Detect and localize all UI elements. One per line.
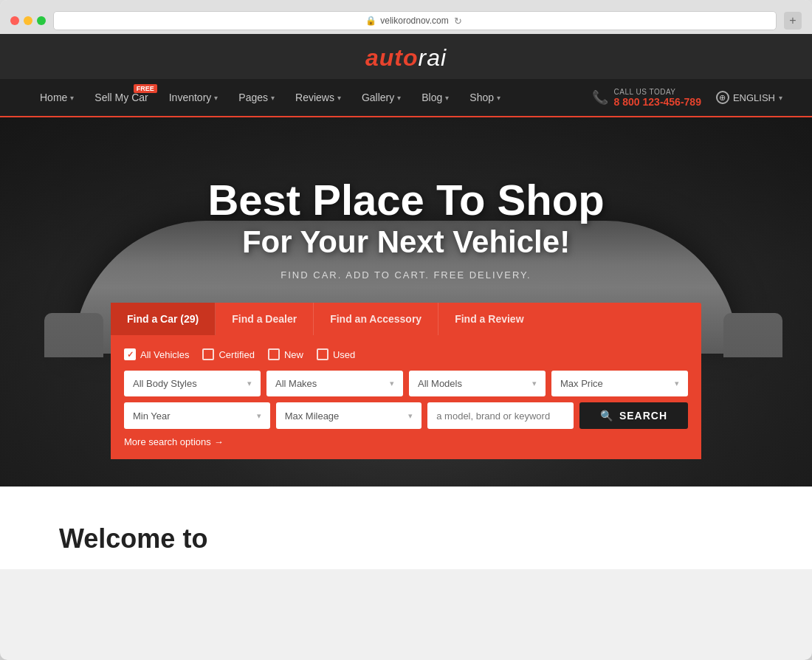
chevron-down-icon: ▾	[214, 94, 218, 102]
tab-find-dealer[interactable]: Find a Dealer	[216, 303, 314, 335]
checkbox-new-box[interactable]	[268, 348, 280, 360]
free-badge: FREE	[134, 84, 157, 93]
below-hero-section: Welcome to	[0, 487, 812, 569]
checkbox-certified-box[interactable]	[202, 348, 214, 360]
call-number: 8 800 123-456-789	[614, 96, 701, 108]
browser-window: 🔒 velikorodnov.com ↻ + autorai Home ▾	[0, 0, 812, 660]
minimize-button[interactable]	[24, 16, 32, 25]
chevron-down-icon: ▾	[408, 411, 413, 421]
nav-item-inventory[interactable]: Inventory ▾	[159, 80, 229, 115]
traffic-lights	[10, 16, 46, 25]
makes-label: All Makes	[275, 378, 317, 389]
nav-link-home[interactable]: Home ▾	[30, 80, 84, 115]
makes-select[interactable]: All Makes ▾	[266, 371, 403, 396]
chevron-down-icon: ▾	[337, 94, 341, 102]
navbar: Home ▾ Sell My Car FREE Inventory ▾	[0, 79, 812, 117]
search-body: All Vehicles Certified New Used	[111, 335, 701, 459]
phone-icon: 📞	[592, 89, 608, 106]
hero-section: Best Place To Shop For Your Next Vehicle…	[0, 117, 812, 487]
brand-logo: autorai	[0, 44, 812, 72]
search-row-1: All Body Styles ▾ All Makes ▾ All Models…	[124, 371, 688, 396]
address-bar[interactable]: 🔒 velikorodnov.com ↻	[53, 11, 777, 30]
close-button[interactable]	[10, 16, 19, 25]
models-select[interactable]: All Models ▾	[409, 371, 546, 396]
nav-link-reviews[interactable]: Reviews ▾	[285, 80, 351, 115]
min-year-select[interactable]: Min Year ▾	[124, 402, 270, 429]
checkbox-used-box[interactable]	[317, 348, 328, 360]
nav-item-sell-car[interactable]: Sell My Car FREE	[84, 80, 158, 115]
chevron-down-icon: ▾	[675, 379, 679, 388]
tab-find-car[interactable]: Find a Car (29)	[111, 303, 216, 335]
more-options-text: More search options	[124, 436, 211, 447]
checkbox-certified-label: Certified	[219, 349, 254, 360]
search-panel: Find a Car (29) Find a Dealer Find an Ac…	[111, 303, 701, 459]
nav-link-blog[interactable]: Blog ▾	[411, 80, 459, 115]
nav-link-shop[interactable]: Shop ▾	[459, 80, 511, 115]
max-mileage-select[interactable]: Max Mileage ▾	[276, 402, 422, 429]
min-year-label: Min Year	[133, 410, 171, 422]
nav-item-home[interactable]: Home ▾	[30, 80, 84, 115]
body-styles-label: All Body Styles	[133, 378, 197, 389]
keyword-input[interactable]	[427, 402, 574, 429]
refresh-icon[interactable]: ↻	[453, 15, 464, 27]
max-price-select[interactable]: Max Price ▾	[551, 371, 688, 396]
arrow-right-icon: →	[214, 436, 224, 447]
nav-link-gallery[interactable]: Gallery ▾	[351, 80, 411, 115]
language-label: ENGLISH	[733, 92, 775, 103]
hero-title-main: Best Place To Shop	[207, 176, 604, 224]
nav-item-shop[interactable]: Shop ▾	[459, 80, 511, 115]
search-icon: 🔍	[600, 410, 613, 422]
filter-checkboxes: All Vehicles Certified New Used	[124, 348, 688, 360]
call-info: 📞 CALL US TODAY 8 800 123-456-789	[592, 88, 701, 108]
chevron-down-icon: ▾	[497, 94, 500, 102]
search-row-2: Min Year ▾ Max Mileage ▾ 🔍 SEARCH	[124, 402, 688, 429]
chevron-down-icon: ▾	[257, 411, 261, 421]
nav-item-blog[interactable]: Blog ▾	[411, 80, 459, 115]
welcome-heading: Welcome to	[59, 523, 753, 554]
search-tabs: Find a Car (29) Find a Dealer Find an Ac…	[111, 303, 701, 335]
new-tab-button[interactable]: +	[784, 12, 802, 30]
nav-link-pages[interactable]: Pages ▾	[228, 80, 285, 115]
checkbox-new-label: New	[284, 349, 303, 360]
checkbox-used[interactable]: Used	[317, 348, 355, 360]
chevron-down-icon: ▾	[397, 94, 401, 102]
models-label: All Models	[418, 378, 462, 389]
nav-item-gallery[interactable]: Gallery ▾	[351, 80, 411, 115]
brand-bar: autorai	[0, 34, 812, 79]
chevron-down-icon: ▾	[390, 379, 394, 388]
globe-icon: ⊕	[716, 91, 729, 104]
max-mileage-label: Max Mileage	[285, 410, 340, 422]
tab-find-accessory[interactable]: Find an Accessory	[314, 303, 438, 335]
url-text: velikorodnov.com	[380, 16, 448, 26]
hero-title-sub: For Your Next Vehicle!	[207, 224, 604, 261]
maximize-button[interactable]	[37, 16, 46, 25]
tab-find-review[interactable]: Find a Review	[438, 303, 540, 335]
chevron-down-icon: ▾	[247, 379, 252, 388]
body-styles-select[interactable]: All Body Styles ▾	[124, 371, 261, 396]
nav-item-reviews[interactable]: Reviews ▾	[285, 80, 351, 115]
search-button[interactable]: 🔍 SEARCH	[579, 402, 688, 429]
checkbox-all-vehicles[interactable]: All Vehicles	[124, 348, 189, 360]
nav-links: Home ▾ Sell My Car FREE Inventory ▾	[30, 80, 511, 115]
chevron-down-icon: ▾	[70, 94, 74, 102]
checkbox-certified[interactable]: Certified	[202, 348, 254, 360]
language-selector[interactable]: ⊕ ENGLISH ▾	[716, 91, 782, 104]
more-options-link[interactable]: More search options →	[124, 435, 688, 449]
brand-auto: auto	[365, 44, 419, 71]
checkbox-new[interactable]: New	[268, 348, 303, 360]
website-content: autorai Home ▾ Sell My Car FREE	[0, 34, 812, 569]
call-details: CALL US TODAY 8 800 123-456-789	[614, 88, 701, 108]
chevron-down-icon: ▾	[532, 379, 537, 388]
lock-icon: 🔒	[365, 16, 376, 26]
search-button-label: SEARCH	[619, 410, 667, 422]
chevron-down-icon: ▾	[271, 94, 275, 102]
brand-rai: rai	[418, 44, 447, 71]
call-label: CALL US TODAY	[614, 88, 701, 96]
nav-item-pages[interactable]: Pages ▾	[228, 80, 285, 115]
nav-link-inventory[interactable]: Inventory ▾	[159, 80, 229, 115]
nav-right: 📞 CALL US TODAY 8 800 123-456-789 ⊕ ENGL…	[592, 88, 782, 108]
checkbox-all-vehicles-box[interactable]	[124, 348, 136, 360]
max-price-label: Max Price	[560, 378, 603, 389]
chevron-down-icon: ▾	[445, 94, 449, 102]
checkbox-used-label: Used	[333, 349, 355, 360]
